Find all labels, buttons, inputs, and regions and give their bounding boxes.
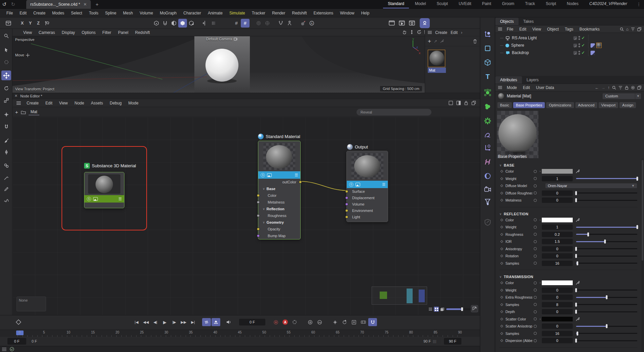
next-key-icon[interactable]: ▶▶ (179, 318, 188, 326)
animation-dot-icon[interactable] (534, 281, 537, 284)
node-editor-tab-mat[interactable]: Mat (29, 109, 39, 115)
pan-view-icon[interactable] (402, 30, 407, 35)
parameter-slider[interactable] (576, 176, 637, 181)
selection-filter-icon[interactable] (1, 57, 11, 67)
close-panel-icon[interactable]: ✕ (14, 94, 17, 98)
node-editor-menu-item[interactable]: Debug (107, 99, 124, 107)
eyedropper-icon[interactable] (575, 280, 580, 285)
attributes-menu-item[interactable]: User Data (533, 85, 557, 91)
enable-axis-icon[interactable] (187, 19, 196, 28)
load-material-icon[interactable]: ↗ (434, 39, 437, 44)
rectangle-tool-icon[interactable] (482, 43, 493, 54)
objects-menu-item[interactable]: Tags (562, 26, 576, 32)
text-tool-icon[interactable]: T (482, 71, 493, 82)
node-editor-menu-item[interactable]: Assets (88, 99, 106, 107)
layer-view-icon[interactable] (440, 307, 445, 312)
panel-tab[interactable]: Takes (519, 18, 538, 25)
lock-z-axis-button[interactable]: Z (34, 19, 42, 27)
perspective-viewport[interactable]: Perspective Move Default Camera View Tra… (12, 36, 425, 93)
menu-item[interactable]: Tracker (249, 9, 268, 17)
record-icon[interactable] (271, 318, 280, 326)
filter-icon[interactable] (618, 86, 622, 89)
range-grip-icon[interactable]: ||| (433, 340, 437, 343)
previous-key-icon[interactable]: ◀◀ (142, 318, 150, 326)
menu-item[interactable]: Select (68, 9, 85, 17)
xpresso-icon[interactable] (482, 157, 493, 167)
node-editor-menu-item[interactable]: View (56, 99, 71, 107)
value-field[interactable]: 0 (542, 197, 573, 203)
layout-overflow-icon[interactable]: ⋮ (634, 2, 644, 7)
coordinate-system-icon[interactable] (42, 19, 51, 28)
value-field[interactable]: 16 (542, 261, 573, 266)
spline-object-icon[interactable] (482, 130, 493, 140)
animation-dot-icon[interactable] (534, 240, 537, 243)
clone-tool-icon[interactable] (1, 161, 11, 170)
keyframe-diamond-icon[interactable] (15, 318, 22, 326)
menu-item[interactable]: Volume (137, 9, 156, 17)
list-view-icon[interactable] (428, 307, 433, 312)
section-header[interactable]: BASE (499, 162, 637, 169)
value-field[interactable]: 1.5 (542, 239, 573, 244)
modeling-settings-icon[interactable] (482, 87, 493, 98)
lock-y-axis-button[interactable]: Y (26, 19, 34, 27)
rotate-view-icon[interactable] (417, 30, 422, 35)
objects-menu-item[interactable]: Edit (517, 26, 529, 32)
layout-button[interactable]: Nodes (562, 0, 583, 8)
hamburger-icon[interactable] (16, 101, 21, 105)
objects-menu-item[interactable]: File (504, 26, 516, 32)
node-menu-icon[interactable]: ☰ (382, 182, 385, 187)
node-editor-menu-item[interactable]: Create (24, 99, 42, 107)
material-group-icon[interactable] (21, 110, 26, 114)
parameter-slider[interactable] (576, 254, 637, 258)
layer-toggle-icon[interactable] (573, 36, 577, 40)
menu-item[interactable]: Create (30, 9, 48, 17)
camera-label[interactable]: Default Camera (206, 37, 237, 41)
animation-dot-icon[interactable] (534, 233, 537, 236)
attribute-tab-button[interactable]: Viewport (599, 102, 618, 108)
menu-item[interactable]: Modes (49, 9, 67, 17)
material-menu-edit[interactable]: Edit (451, 30, 458, 35)
magnet-snap-icon[interactable] (263, 19, 272, 28)
hamburger-icon[interactable] (498, 28, 502, 31)
hamburger-icon[interactable] (498, 86, 502, 89)
output-node[interactable]: S ☰ Surface Displacement Volume (346, 151, 388, 222)
attribute-tab-button[interactable]: Advanced (575, 102, 597, 108)
parameter-slider[interactable] (576, 338, 637, 343)
output-node-title[interactable]: Output (347, 144, 368, 150)
range-end-field[interactable]: 90 F (444, 338, 461, 345)
sound-icon[interactable] (224, 318, 233, 326)
parameter-slider[interactable] (576, 324, 637, 328)
animation-dot-icon[interactable] (534, 339, 537, 342)
pen-tool-icon[interactable] (1, 147, 11, 157)
workplane-icon[interactable]: # (232, 19, 241, 28)
animation-dot-icon[interactable] (534, 177, 537, 180)
menu-item[interactable]: MoGraph (157, 9, 180, 17)
animation-dot-icon[interactable] (534, 191, 537, 194)
render-view-icon[interactable] (387, 18, 397, 28)
zoom-view-icon[interactable] (409, 30, 414, 35)
value-field[interactable]: 0 (542, 295, 573, 300)
animation-dot-icon[interactable] (534, 247, 537, 250)
parameter-slider[interactable] (576, 309, 637, 314)
viewport-menu-item[interactable]: Panel (115, 30, 131, 36)
value-field[interactable]: 0 (542, 323, 573, 329)
render-settings-icon[interactable] (407, 18, 417, 28)
slider-handle[interactable] (606, 295, 608, 299)
animation-dot-icon[interactable] (534, 199, 537, 202)
layout-button[interactable]: Groom (497, 0, 519, 8)
move-tool-icon[interactable] (1, 71, 11, 80)
camera-manager-icon[interactable] (482, 184, 493, 195)
slider-handle[interactable] (576, 261, 578, 265)
substance-node-title[interactable]: S Substance 3D Material (84, 163, 136, 169)
eyedropper-icon[interactable] (575, 169, 580, 174)
dropdown-select[interactable]: Oren-Nayar▼ (545, 183, 637, 188)
layout-button[interactable]: Model (410, 0, 431, 8)
renderer-icon[interactable] (420, 18, 430, 28)
port-group-header[interactable]: Geometry (258, 219, 300, 226)
slider-handle[interactable] (588, 232, 589, 236)
objects-menu-item[interactable]: View (530, 26, 544, 32)
motion-clip-icon[interactable] (359, 318, 368, 326)
previous-frame-icon[interactable]: ◀| (151, 318, 160, 326)
animation-dot-icon[interactable] (534, 262, 537, 265)
eyedropper-icon[interactable] (575, 317, 580, 321)
